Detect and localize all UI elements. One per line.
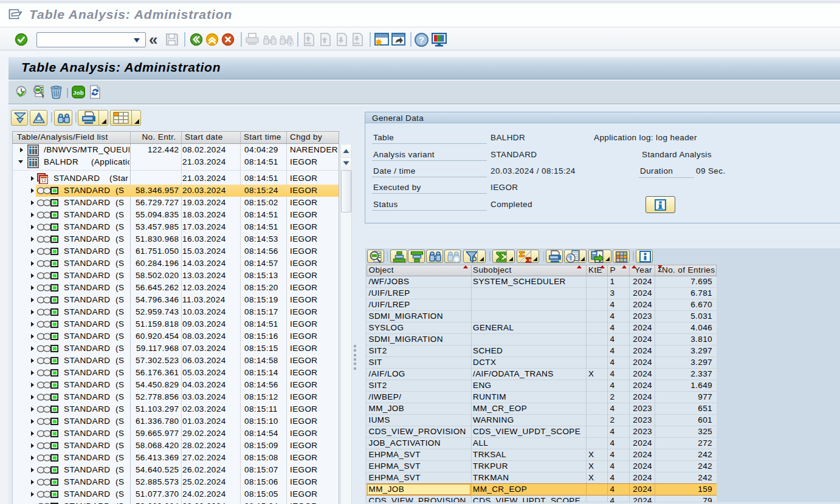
svg-text:Job: Job: [73, 89, 84, 96]
svg-text:?: ?: [419, 35, 425, 45]
svg-text:12: 12: [41, 179, 47, 183]
